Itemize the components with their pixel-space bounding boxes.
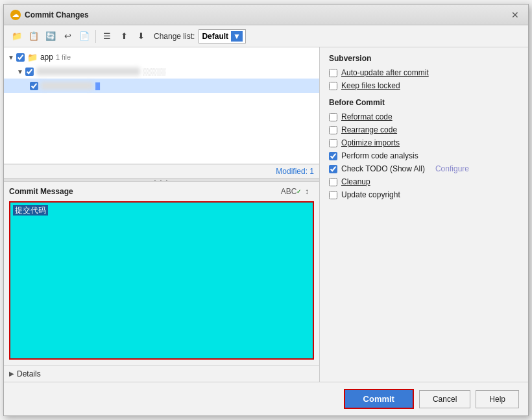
- list-button[interactable]: ☰: [99, 29, 115, 44]
- tree-child2-label-blurred: [41, 82, 93, 90]
- help-button[interactable]: Help: [476, 390, 519, 408]
- tree-root-item[interactable]: ▼ 📁 app 1 file: [4, 50, 319, 64]
- bottom-bar: Commit Cancel Help: [4, 382, 528, 415]
- optimize-imports-checkbox[interactable]: [329, 139, 337, 147]
- tree-checkbox-child1[interactable]: [25, 68, 34, 76]
- tree-root-label: app: [40, 53, 53, 62]
- file-button[interactable]: 📄: [77, 29, 92, 44]
- configure-link[interactable]: Configure: [435, 164, 469, 173]
- tree-root-count: 1 file: [56, 53, 71, 61]
- auto-update-row: Auto-update after commit: [329, 68, 519, 77]
- update-copyright-row: Update copyright: [329, 190, 519, 199]
- copy-button[interactable]: 📋: [26, 29, 42, 44]
- details-section[interactable]: ▶ Details: [4, 365, 319, 382]
- tree-toggle-root[interactable]: ▼: [8, 54, 14, 61]
- separator1: [95, 30, 96, 43]
- title-bar-left: ☁ Commit Changes: [10, 10, 89, 20]
- check-todo-row: Check TODO (Show All) Configure: [329, 164, 519, 173]
- down-button[interactable]: ⬇: [133, 29, 149, 44]
- cleanup-checkbox[interactable]: [329, 178, 337, 186]
- tree-child-item1[interactable]: ▼ ░░░░░: [4, 64, 319, 79]
- perform-code-analysis-row: Perform code analysis: [329, 151, 519, 160]
- rearrange-code-label: Rearrange code: [341, 125, 397, 134]
- rearrange-code-row: Rearrange code: [329, 125, 519, 134]
- dialog-icon: ☁: [10, 10, 21, 20]
- reformat-code-checkbox[interactable]: [329, 113, 337, 121]
- keep-files-locked-label: Keep files locked: [341, 81, 400, 90]
- update-copyright-checkbox[interactable]: [329, 191, 337, 199]
- auto-update-checkbox[interactable]: [329, 69, 337, 77]
- modified-text: Modified: 1: [276, 167, 314, 176]
- refresh-button[interactable]: 🔄: [43, 29, 58, 44]
- main-content: ▼ 📁 app 1 file ▼ ░░░░░ █: [4, 47, 528, 382]
- changelist-label: Change list:: [154, 32, 195, 41]
- reformat-code-label: Reformat code: [341, 112, 393, 121]
- commit-msg-tools: ABC✓ ↕: [284, 184, 314, 199]
- commit-msg-header: Commit Message ABC✓ ↕: [4, 182, 319, 201]
- commit-changes-dialog: ☁ Commit Changes ✕ 📁 📋 🔄 ↩ 📄 ☰ ⬆ ⬇ Chang…: [3, 4, 529, 416]
- selected-text: 提交代码: [13, 205, 48, 216]
- commit-message-input[interactable]: [13, 216, 310, 351]
- spell-check-button[interactable]: ABC✓: [284, 184, 298, 199]
- commit-message-area: Commit Message ABC✓ ↕ 提交代码: [4, 182, 319, 365]
- subversion-title: Subversion: [329, 54, 519, 63]
- left-panel: ▼ 📁 app 1 file ▼ ░░░░░ █: [4, 47, 320, 382]
- perform-code-analysis-checkbox[interactable]: [329, 152, 337, 160]
- optimize-imports-label: Optimize imports: [341, 138, 400, 147]
- close-button[interactable]: ✕: [509, 8, 522, 21]
- folder-icon: 📁: [27, 53, 38, 62]
- tree-toggle-child1[interactable]: ▼: [17, 68, 23, 75]
- check-todo-label: Check TODO (Show All): [341, 164, 425, 173]
- dropdown-arrow-icon: ▼: [231, 31, 243, 42]
- rearrange-code-checkbox[interactable]: [329, 126, 337, 134]
- tree-checkbox-root[interactable]: [16, 53, 25, 62]
- changelist-dropdown[interactable]: Default ▼: [199, 29, 246, 43]
- template-button[interactable]: ↕: [300, 184, 314, 199]
- auto-update-label: Auto-update after commit: [341, 68, 429, 77]
- title-bar: ☁ Commit Changes ✕: [4, 5, 528, 25]
- keep-files-locked-checkbox[interactable]: [329, 82, 337, 90]
- cancel-button[interactable]: Cancel: [419, 390, 470, 408]
- tree-child1-extra: ░░░░░: [143, 68, 165, 75]
- up-button[interactable]: ⬆: [116, 29, 132, 44]
- toolbar: 📁 📋 🔄 ↩ 📄 ☰ ⬆ ⬇ Change list: Default ▼: [4, 25, 528, 47]
- modified-bar: Modified: 1: [4, 164, 319, 178]
- before-commit-title: Before Commit: [329, 98, 519, 107]
- tree-child2-extra: █: [95, 82, 100, 90]
- commit-msg-label: Commit Message: [9, 187, 73, 196]
- undo-button[interactable]: ↩: [60, 29, 75, 44]
- optimize-imports-row: Optimize imports: [329, 138, 519, 147]
- reformat-code-row: Reformat code: [329, 112, 519, 121]
- details-toggle-icon[interactable]: ▶: [9, 370, 14, 377]
- update-copyright-label: Update copyright: [341, 190, 400, 199]
- file-tree: ▼ 📁 app 1 file ▼ ░░░░░ █: [4, 47, 319, 164]
- perform-code-analysis-label: Perform code analysis: [341, 151, 418, 160]
- dialog-title: Commit Changes: [25, 10, 89, 19]
- keep-files-locked-row: Keep files locked: [329, 81, 519, 90]
- commit-textarea-wrapper[interactable]: 提交代码: [9, 201, 314, 360]
- cleanup-row: Cleanup: [329, 177, 519, 186]
- right-panel: Subversion Auto-update after commit Keep…: [320, 47, 528, 382]
- details-label: Details: [17, 369, 41, 378]
- tree-child-item2[interactable]: █: [4, 79, 319, 93]
- folder-button[interactable]: 📁: [9, 29, 25, 44]
- tree-child1-label-blurred: [36, 68, 140, 75]
- commit-button[interactable]: Commit: [344, 389, 414, 409]
- changelist-value: Default: [202, 32, 228, 41]
- changelist-area: Change list: Default ▼: [154, 29, 246, 43]
- cleanup-label: Cleanup: [341, 177, 370, 186]
- tree-checkbox-child2[interactable]: [30, 82, 38, 90]
- check-todo-checkbox[interactable]: [329, 165, 337, 173]
